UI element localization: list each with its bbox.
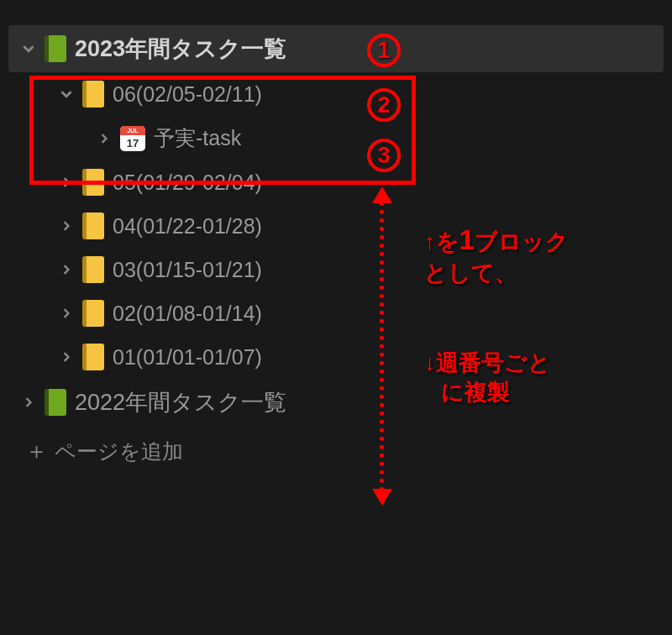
chevron-down-icon[interactable] (59, 87, 74, 102)
annotation-arrow-up-icon (372, 186, 392, 203)
annotation-circle-3: 3 (367, 139, 401, 172)
tree-item-root-2023[interactable]: 2023年間タスク一覧 (8, 25, 664, 72)
week-label: 02(01/08-01/14) (113, 302, 262, 326)
task-label: 予実-task (154, 124, 241, 152)
notebook-green-icon (45, 35, 66, 62)
notebook-yellow-icon (82, 300, 104, 327)
annotation-arrow-down-icon (372, 489, 392, 506)
notebook-yellow-icon (82, 256, 104, 283)
chevron-right-icon[interactable] (59, 262, 74, 277)
tree-item-root-2022[interactable]: 2022年間タスク一覧 (8, 379, 664, 426)
annotation-circle-2: 2 (367, 88, 401, 122)
notebook-yellow-icon (82, 169, 104, 196)
chevron-down-icon[interactable] (21, 41, 36, 56)
week-label: 01(01/01-01/07) (113, 345, 262, 370)
tree-item-week-01[interactable]: 01(01/01-01/07) (8, 335, 664, 379)
chevron-right-icon[interactable] (97, 131, 112, 146)
add-page-button[interactable]: ＋ ページを追加 (8, 426, 664, 476)
annotation-arrow-line (380, 202, 384, 491)
chevron-right-icon[interactable] (21, 395, 36, 410)
calendar-icon: JUL 17 (120, 126, 145, 151)
notebook-yellow-icon (82, 81, 104, 108)
chevron-right-icon[interactable] (59, 218, 74, 234)
notebook-yellow-icon (82, 344, 104, 370)
notebook-green-icon (45, 389, 66, 416)
prev-year-label: 2022年間タスク一覧 (75, 387, 286, 417)
week-label: 03(01/15-01/21) (113, 258, 262, 282)
annotation-text-block-2: ↓週番号ごと に複製 (424, 349, 551, 407)
tree-item-week-06[interactable]: 06(02/05-02/11) (8, 72, 664, 116)
annotation-text-block-1: ↑を1ブロック として、 (424, 223, 569, 288)
week-label: 06(02/05-02/11) (113, 82, 262, 107)
week-label: 05(01/29-02/04) (113, 171, 262, 195)
notebook-yellow-icon (82, 213, 104, 239)
annotation-circle-1: 1 (367, 34, 401, 67)
chevron-right-icon[interactable] (59, 306, 74, 321)
tree-item-task[interactable]: JUL 17 予実-task (8, 116, 664, 160)
week-label: 04(01/22-01/28) (113, 214, 262, 239)
add-page-label: ページを追加 (55, 438, 183, 465)
plus-icon: ＋ (25, 436, 42, 466)
tree-item-week-05[interactable]: 05(01/29-02/04) (8, 160, 664, 204)
root-label: 2023年間タスク一覧 (75, 34, 286, 64)
chevron-right-icon[interactable] (59, 349, 74, 365)
tree-item-week-02[interactable]: 02(01/08-01/14) (8, 291, 664, 335)
sidebar-tree: 2023年間タスク一覧 06(02/05-02/11) JUL 17 予実-ta… (0, 0, 672, 485)
chevron-right-icon[interactable] (59, 175, 74, 190)
